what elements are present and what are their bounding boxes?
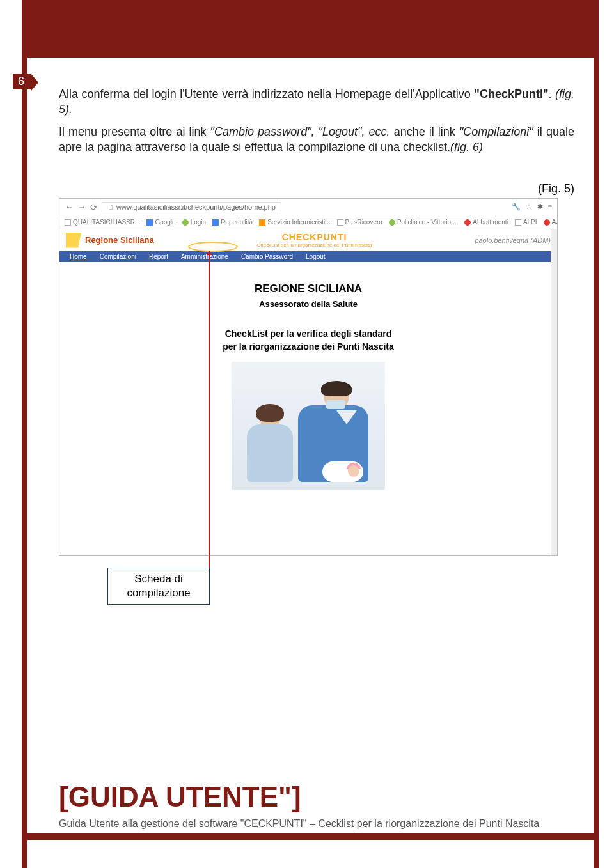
figure-label: (Fig. 5) (538, 182, 574, 196)
bookmark-item[interactable]: Pre-Ricovero (337, 219, 382, 226)
back-icon[interactable]: ← (65, 202, 74, 212)
browser-toolbar: ← → ⟳ 🗋 www.qualitasiciliassr.it/checkpu… (59, 199, 557, 215)
text: Alla conferma del login l'Utente verrà i… (59, 88, 474, 100)
bookmark-label: Abbattimenti (473, 219, 508, 226)
body-text: Alla conferma del login l'Utente verrà i… (59, 86, 574, 161)
app-header: Regione Siciliana CHECKPUNTI CheckList p… (59, 229, 557, 251)
baby-figure (322, 461, 363, 482)
bracket: [ (59, 781, 68, 812)
link-names-italic: "Cambio password", "Logout", ecc. (210, 125, 390, 138)
app-heading-2: Assessorato della Salute (72, 299, 544, 309)
bracket: ] (292, 781, 301, 812)
address-bar[interactable]: 🗋 www.qualitasiciliassr.it/checkpunti/pa… (102, 202, 281, 212)
reload-icon[interactable]: ⟳ (90, 202, 98, 212)
app-heading-1: REGIONE SICILIANA (72, 283, 544, 295)
title-text: GUIDA UTENTE" (68, 781, 292, 812)
bookmark-label: QUALITASICILIASSR... (73, 219, 140, 226)
page-icon (515, 219, 521, 226)
app-body: REGIONE SICILIANA Assessorato della Salu… (59, 262, 557, 501)
bookmark-label: Servizio Infermieristi... (267, 219, 330, 226)
face-shape (348, 465, 359, 477)
bookmark-item[interactable]: QUALITASICILIASSR... (65, 219, 140, 226)
logged-user: paolo.bentivegna (ADM) (475, 236, 551, 244)
bookmark-label: Azienda Ospedalier... (552, 219, 557, 226)
app-heading-3: CheckList per la verifica degli standard… (72, 328, 544, 353)
mask-shape (326, 400, 345, 409)
bookmark-item[interactable]: Policlinico - Vittorio ... (389, 219, 458, 226)
paragraph-2: Il menu presenta oltre ai link "Cambio p… (59, 124, 574, 155)
app-name-bold: "CheckPunti" (474, 88, 548, 100)
site-icon (389, 219, 395, 226)
right-border (594, 0, 599, 868)
bookmark-item[interactable]: Google (146, 219, 175, 226)
bookmark-label: Login (191, 219, 206, 226)
bookmark-item[interactable]: Login (182, 219, 206, 226)
text: . (548, 88, 555, 100)
text: Il menu presenta oltre ai link (59, 125, 210, 138)
bookmark-item[interactable]: Reperibilità (212, 219, 253, 226)
bookmark-label: Google (155, 219, 175, 226)
page-number-tab: 6 (13, 74, 31, 89)
page-icon (65, 219, 71, 226)
text: per la riorganizzazione dei Punti Nascit… (223, 341, 394, 352)
menu-logout[interactable]: Logout (299, 251, 332, 262)
hair-shape (321, 381, 352, 396)
wrench-icon[interactable]: 🔧 (512, 203, 521, 211)
page-number: 6 (18, 75, 24, 88)
site-icon (464, 219, 471, 226)
bookmark-item[interactable]: Servizio Infermieristi... (259, 219, 330, 226)
site-icon (544, 219, 550, 226)
menu-icon[interactable]: ≡ (548, 203, 552, 211)
vertical-scrollbar[interactable] (551, 229, 557, 555)
bookmark-item[interactable]: Azienda Ospedalier... (544, 219, 557, 226)
mother-figure (244, 407, 295, 483)
text: CheckList per la verifica degli standard (225, 329, 392, 339)
callout-box: Scheda di compilazione (107, 568, 210, 605)
bookmark-item[interactable]: ALPI (515, 219, 537, 226)
region-logo-icon (66, 233, 81, 248)
site-icon (182, 219, 189, 226)
url-text: www.qualitasiciliassr.it/checkpunti/page… (116, 203, 276, 211)
menu-compilazioni[interactable]: Compilazioni (93, 251, 143, 262)
text: anche il link (390, 125, 459, 138)
footer-band (22, 833, 599, 840)
google-icon (146, 219, 153, 226)
link-name-italic: "Compilazioni" (459, 125, 533, 138)
bookmarks-bar: QUALITASICILIASSR... Google Login Reperi… (59, 215, 557, 229)
callout-line (209, 251, 210, 569)
page-icon (337, 219, 343, 226)
app-title-wrap: CHECKPUNTI CheckList per la riorganizzaz… (154, 232, 475, 248)
hero-image (232, 362, 385, 490)
app-subtitle: CheckList per la riorganizzazione dei Pu… (154, 242, 475, 248)
google-icon (212, 219, 219, 226)
vneck-shape (336, 410, 357, 424)
bookmark-label: Pre-Ricovero (345, 219, 382, 226)
left-border (22, 0, 27, 868)
main-menu: Home Compilazioni Report Amministrazione… (59, 251, 557, 262)
hair-shape (256, 404, 284, 422)
menu-cambio-password[interactable]: Cambio Password (235, 251, 299, 262)
embedded-screenshot: ← → ⟳ 🗋 www.qualitasiciliassr.it/checkpu… (59, 198, 558, 556)
document-title: [GUIDA UTENTE"] (59, 781, 301, 813)
star-icon[interactable]: ☆ (526, 203, 532, 211)
body-shape (247, 424, 293, 482)
menu-amministrazione[interactable]: Amministrazione (175, 251, 235, 262)
bookmark-label: Reperibilità (221, 219, 253, 226)
app-title: CHECKPUNTI (154, 232, 475, 242)
bookmark-item[interactable]: Abbattimenti (464, 219, 508, 226)
callout-text: Scheda di (134, 573, 183, 585)
bookmark-label: Policlinico - Vittorio ... (397, 219, 458, 226)
fig-ref: (fig. 6) (450, 141, 483, 153)
menu-home[interactable]: Home (63, 251, 93, 262)
region-name: Regione Siciliana (85, 235, 154, 245)
callout-text: compilazione (127, 587, 190, 599)
forward-icon[interactable]: → (77, 202, 86, 212)
toolbar-right: 🔧 ☆ ✱ ≡ (512, 203, 552, 211)
paragraph-1: Alla conferma del login l'Utente verrà i… (59, 86, 574, 118)
menu-report[interactable]: Report (143, 251, 175, 262)
site-icon (259, 219, 265, 226)
document-subtitle: Guida Utente alla gestione del software … (59, 818, 582, 830)
bookmark-label: ALPI (523, 219, 537, 226)
document-page: 6 Alla conferma del login l'Utente verrà… (0, 0, 614, 868)
extension-icon[interactable]: ✱ (537, 203, 543, 211)
